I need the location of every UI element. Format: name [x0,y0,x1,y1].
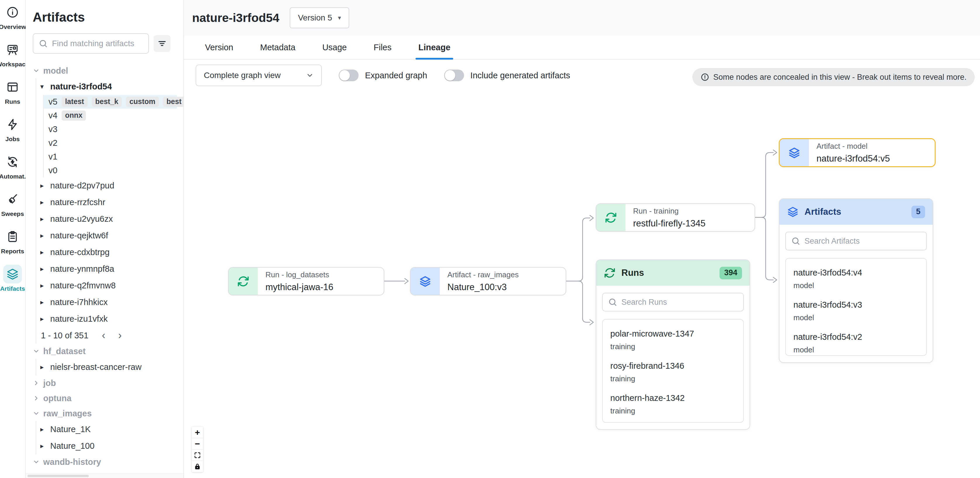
graph-view-select-value: Complete graph view [204,71,281,80]
tree-item-artifact[interactable]: ▸nature-q2fmvnw8 [36,277,183,294]
tree-group-hf-dataset[interactable]: hf_dataset [33,344,183,359]
search-icon [791,236,800,246]
tree-group-label: model [43,66,68,76]
tab-usage[interactable]: Usage [322,36,347,59]
tree-pagination: 1 - 10 of 351 ‹ › [36,327,183,344]
artifact-type: model [794,345,919,354]
tree-item-selected-artifact[interactable]: ▾ nature-i3rfod54 [36,78,183,95]
tree-group-raw-images[interactable]: raw_images [33,406,183,421]
caret-right-icon: ▸ [40,232,46,240]
broom-icon [3,190,22,209]
version-label: v3 [48,124,57,134]
node-name: mythical-jawa-16 [266,282,334,292]
tree-item-artifact[interactable]: ▸nature-ynmnpf8a [36,261,183,277]
horizontal-scrollbar[interactable] [26,473,183,478]
runs-search-input[interactable] [621,298,738,307]
filter-lines-icon [158,39,167,48]
artifact-search-input[interactable] [52,39,143,48]
caret-right-icon: ▸ [40,182,46,190]
lock-view-button[interactable] [192,461,203,472]
tab-lineage[interactable]: Lineage [418,36,450,59]
tab-version[interactable]: Version [205,36,233,59]
tree-group-job[interactable]: job [33,376,183,390]
tree-item-artifact[interactable]: ▸nature-izu1vfxk [36,311,183,327]
sidebar-item-sweeps[interactable]: Sweeps [0,190,25,227]
tree-group-model[interactable]: model [33,63,183,78]
version-row-v5[interactable]: v5 latest best_k custom best [44,95,177,109]
run-list-item[interactable]: polar-microwave-1347 training [603,324,743,356]
version-label: v4 [48,111,57,120]
artifact-list-item[interactable]: nature-i3rfod54:v2 model [786,327,926,356]
info-icon [3,3,22,22]
artifact-list-item[interactable]: nature-i3rfod54:v3 model [786,295,926,327]
node-artifact-raw-images[interactable]: Artifact - raw_images Nature_100:v3 [410,267,566,295]
pagination-prev-button[interactable]: ‹ [102,330,105,341]
version-label: v5 [48,97,57,107]
panel-title: Artifacts [805,207,841,217]
chevron-down-icon [33,410,40,417]
zoom-out-button[interactable]: − [192,438,203,449]
sidebar-item-jobs[interactable]: Jobs [0,115,25,153]
runs-panel-header: Runs 394 [596,260,749,286]
sidebar-item-runs[interactable]: Runs [0,78,25,115]
tree-group-label: raw_images [43,409,92,418]
artifact-list-item[interactable]: nature-i3rfod54:v4 model [786,263,926,295]
chevron-right-icon [33,395,40,402]
sidebar-item-automations[interactable]: Automat. [0,153,25,190]
sidebar-item-artifacts[interactable]: Artifacts [0,265,25,302]
tree-group-optuna[interactable]: optuna [33,390,183,406]
node-run-training[interactable]: Run - training restful-firefly-1345 [596,203,755,232]
tree-item-artifact[interactable]: ▸nature-i7hhkicx [36,294,183,311]
artifact-search-box [33,33,149,54]
expanded-graph-toggle[interactable] [339,70,359,81]
run-list-item[interactable]: rosy-firebrand-1346 training [603,356,743,388]
panel-title: Artifacts [33,10,183,24]
run-type: training [610,374,736,383]
version-row-v0[interactable]: v0 [44,164,177,177]
node-run-log-datasets[interactable]: Run - log_datasets mythical-jawa-16 [228,267,384,295]
sidebar-item-label: Reports [1,248,24,255]
layers-icon [3,265,22,284]
sidebar-item-label: Sweeps [1,210,24,217]
tree-item-artifact[interactable]: ▸nielsr-breast-cancer-raw [36,359,183,376]
artifact-header: nature-i3rfod54 Version 5 ▾ [184,0,980,36]
tree-item-artifact[interactable]: ▸nature-qejktw6f [36,227,183,244]
caret-right-icon: ▸ [40,425,46,433]
version-row-v1[interactable]: v1 [44,150,177,164]
artifact-browser-panel: Artifacts model ▾ nature-i3rfod54 [26,0,184,478]
tree-item-artifact[interactable]: ▸nature-rrzfcshr [36,194,183,211]
version-row-v3[interactable]: v3 [44,123,177,136]
version-tag: custom [126,97,159,107]
scrollbar-thumb[interactable] [27,475,89,477]
tree-item-artifact[interactable]: ▸nature-u2vyu6zx [36,211,183,227]
tree-item-label: nature-rrzfcshr [50,198,105,207]
version-dropdown-button[interactable]: Version 5 ▾ [290,7,349,28]
sidebar-item-overview[interactable]: Overview [0,3,25,40]
tree-item-label: nielsr-breast-cancer-raw [50,362,142,372]
artifacts-search-input[interactable] [805,237,921,246]
tab-files[interactable]: Files [374,36,391,59]
tree-item-label: nature-i3rfod54 [50,82,112,91]
filter-button[interactable] [154,35,170,52]
sidebar-item-reports[interactable]: Reports [0,227,25,265]
tree-item-artifact[interactable]: ▸nature-d2pv7pud [36,177,183,194]
node-artifact-model-selected[interactable]: Artifact - model nature-i3rfod54:v5 [779,138,935,167]
alert-circle-icon [700,73,709,81]
artifact-name: nature-i3rfod54:v3 [794,300,919,310]
sidebar-item-workspace[interactable]: Workspace [0,40,25,78]
tree-item-artifact[interactable]: ▸Nature_1K [36,421,183,438]
graph-view-select[interactable]: Complete graph view [196,65,322,86]
version-row-v2[interactable]: v2 [44,136,177,150]
tree-item-artifact[interactable]: ▸Nature_100 [36,438,183,454]
tree-item-label: nature-u2vyu6zx [50,214,113,224]
run-list-item[interactable]: northern-haze-1342 training [603,388,743,420]
fit-view-button[interactable] [192,449,203,461]
pagination-next-button[interactable]: › [118,330,122,341]
tab-metadata[interactable]: Metadata [260,36,296,59]
zoom-in-button[interactable]: + [192,427,203,438]
tree-group-wandb-history[interactable]: wandb-history [33,454,183,470]
include-generated-toggle[interactable] [444,70,464,81]
caret-right-icon: ▸ [40,249,46,256]
version-row-v4[interactable]: v4 onnx [44,109,177,123]
tree-item-artifact[interactable]: ▸nature-cdxbtrpg [36,244,183,261]
